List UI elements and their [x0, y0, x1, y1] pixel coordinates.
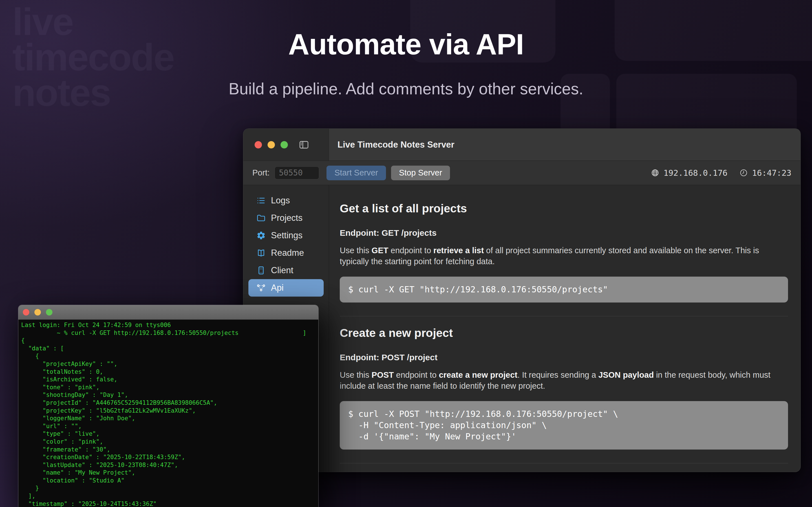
section-description: Use this POST endpoint to create a new p… [340, 370, 788, 392]
minimize-button[interactable] [35, 309, 41, 316]
code-snippet: $ curl -X POST "http://192.168.0.176:505… [340, 401, 788, 450]
titlebar: Live Timecode Notes Server [243, 129, 801, 161]
sidebar-item-label: Client [271, 265, 293, 276]
section-description: Use this GET endpoint to retrieve a list… [340, 245, 788, 267]
sidebar-item-logs[interactable]: Logs [248, 192, 324, 209]
status-group: 192.168.0.176 16:47:23 [651, 168, 792, 178]
globe-icon [651, 168, 659, 177]
api-doc-section: Get a list of all projectsEndpoint: GET … [340, 202, 788, 302]
section-heading: Get a list of all projects [340, 202, 788, 215]
clock-icon [739, 168, 748, 177]
api-docs-content: Get a list of all projectsEndpoint: GET … [329, 185, 801, 472]
time-status: 16:47:23 [739, 168, 792, 178]
list-icon [256, 195, 266, 206]
api-doc-section: Create a new projectEndpoint: POST /proj… [340, 327, 788, 450]
terminal-content[interactable]: Last login: Fri Oct 24 17:42:59 on ttys0… [18, 320, 318, 507]
page-background: { "background": { "watermark_lines": ["l… [0, 0, 812, 507]
folder-icon [256, 213, 266, 223]
endpoint-label: Endpoint: GET /projects [340, 228, 788, 238]
port-label: Port: [252, 168, 269, 177]
minimize-button[interactable] [267, 141, 275, 149]
device-icon [256, 265, 266, 276]
sidebar-item-label: Readme [271, 248, 304, 258]
start-server-button[interactable]: Start Server [326, 166, 386, 180]
zoom-button[interactable] [46, 309, 52, 316]
gear-icon [256, 230, 266, 240]
titlebar-title-area: Live Timecode Notes Server [329, 129, 801, 161]
network-icon [256, 283, 266, 293]
sidebar-item-client[interactable]: Client [248, 262, 324, 279]
sidebar-item-label: Api [271, 283, 284, 293]
section-heading: Create a new project [340, 327, 788, 340]
ip-address: 192.168.0.176 [663, 168, 727, 178]
server-app-window: Live Timecode Notes Server Port: Start S… [243, 128, 801, 472]
section-divider [340, 463, 788, 463]
section-divider [340, 316, 788, 316]
window-body: LogsProjectsSettingsReadmeClientApi Get … [243, 185, 801, 472]
zoom-button[interactable] [281, 141, 288, 149]
page-title: Automate via API [0, 27, 812, 61]
sidebar-item-settings[interactable]: Settings [248, 227, 324, 244]
sidebar-item-api[interactable]: Api [248, 279, 324, 297]
titlebar-sidebar-area [243, 129, 329, 161]
window-title: Live Timecode Notes Server [338, 140, 455, 150]
port-input[interactable] [274, 166, 319, 179]
book-icon [256, 248, 266, 258]
page-subtitle: Build a pipeline. Add comments by other … [0, 79, 812, 98]
close-button[interactable] [23, 309, 29, 316]
terminal-window: Last login: Fri Oct 24 17:42:59 on ttys0… [18, 305, 319, 507]
sidebar-item-readme[interactable]: Readme [248, 244, 324, 262]
endpoint-label: Endpoint: POST /project [340, 353, 788, 362]
sidebar-item-label: Logs [271, 195, 290, 206]
toolbar: Port: Start Server Stop Server 192.168.0… [243, 161, 801, 185]
ip-status: 192.168.0.176 [651, 168, 727, 178]
code-snippet: $ curl -X GET "http://192.168.0.176:5055… [340, 277, 788, 302]
sidebar-item-label: Settings [271, 230, 303, 240]
terminal-titlebar [18, 305, 318, 320]
sidebar-toggle-icon[interactable] [298, 139, 310, 150]
close-button[interactable] [255, 141, 262, 149]
clock-time: 16:47:23 [752, 168, 792, 178]
sidebar-item-label: Projects [271, 213, 303, 223]
sidebar-item-projects[interactable]: Projects [248, 209, 324, 227]
stop-server-button[interactable]: Stop Server [391, 166, 450, 180]
